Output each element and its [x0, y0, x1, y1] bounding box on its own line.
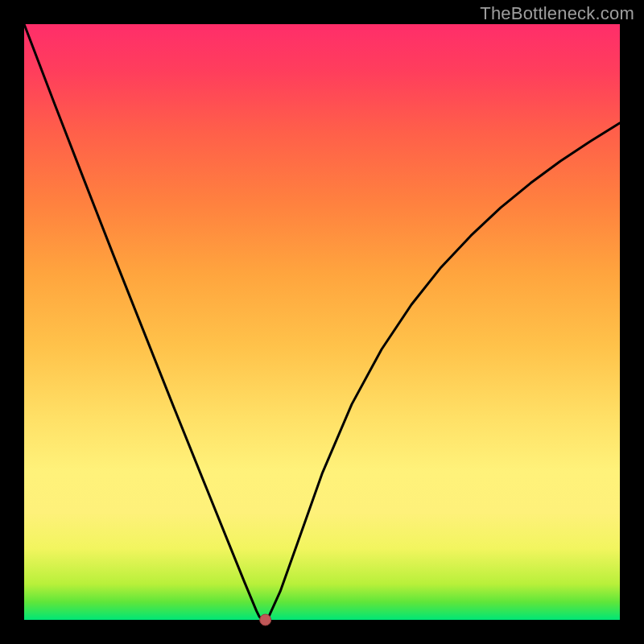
curve-path	[24, 24, 620, 620]
plot-area	[24, 24, 620, 620]
watermark-text: TheBottleneck.com	[480, 3, 634, 24]
minimum-marker	[260, 614, 271, 625]
bottleneck-curve	[24, 24, 620, 620]
chart-frame: TheBottleneck.com	[0, 0, 644, 644]
